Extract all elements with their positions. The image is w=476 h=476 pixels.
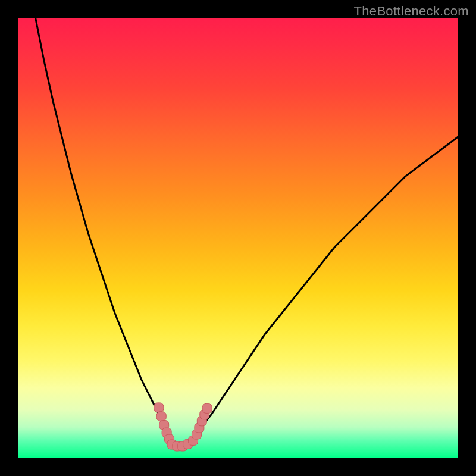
marker-descending-cluster [154, 403, 164, 412]
chart-overlay [18, 18, 458, 458]
plot-area [18, 18, 458, 458]
chart-frame: TheBottleneck.com [0, 0, 476, 476]
marker-descending-cluster [156, 412, 166, 421]
bottleneck-curve [36, 18, 458, 445]
markers [154, 403, 212, 451]
marker-ascending-cluster [202, 403, 212, 413]
watermark-text: TheBottleneck.com [354, 4, 469, 19]
